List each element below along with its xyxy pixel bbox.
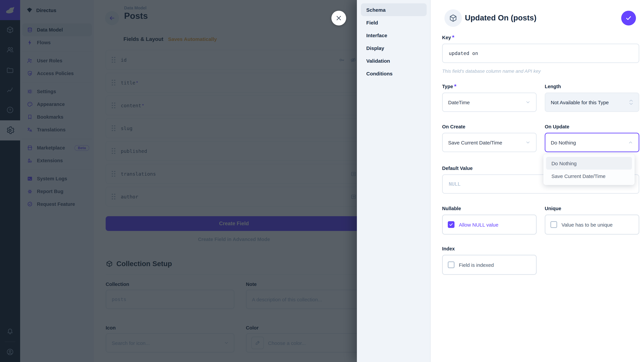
save-button[interactable] [621, 11, 636, 25]
drawer-body: Updated On (posts) Key★ This field's dat… [431, 0, 644, 362]
close-icon [335, 14, 342, 22]
chevron-down-icon [629, 103, 633, 105]
default-value-label: Default Value [442, 166, 472, 171]
checkbox-label: Allow NULL value [459, 222, 498, 227]
index-checkbox-row[interactable]: Field is indexed [442, 255, 537, 275]
drawer-tab-nav: Schema Field Interface Display Validatio… [357, 0, 431, 362]
drawer-dim-overlay[interactable] [0, 0, 357, 362]
index-label: Index [442, 246, 455, 251]
key-label: Key★ [442, 35, 455, 40]
drawer-title: Updated On (posts) [465, 13, 536, 22]
checkbox-icon[interactable] [550, 221, 557, 228]
on-update-value: Do Nothing [551, 140, 576, 145]
on-create-value: Save Current Date/Time [448, 140, 502, 145]
length-placeholder: Not Available for this Type [551, 99, 609, 105]
tab-validation[interactable]: Validation [361, 54, 427, 67]
on-update-dropdown-menu: Do Nothing Save Current Date/Time [544, 154, 634, 185]
length-label: Length [545, 84, 561, 89]
tab-conditions[interactable]: Conditions [361, 67, 427, 80]
tab-field[interactable]: Field [361, 16, 427, 29]
required-star: ★ [454, 83, 457, 87]
on-create-label: On Create [442, 124, 466, 129]
type-select[interactable]: DateTime [442, 92, 537, 112]
menu-option-save-current[interactable]: Save Current Date/Time [546, 170, 632, 182]
type-value: DateTime [448, 99, 470, 105]
tab-schema[interactable]: Schema [361, 3, 427, 16]
on-create-select[interactable]: Save Current Date/Time [442, 133, 537, 152]
on-update-select[interactable]: Do Nothing [545, 133, 639, 152]
close-drawer-button[interactable] [332, 11, 346, 25]
length-input-wrap: Not Available for this Type [545, 92, 639, 112]
checkbox-icon[interactable] [448, 261, 454, 268]
chevron-up-icon [629, 99, 633, 102]
checkbox-label: Value has to be unique [562, 222, 613, 227]
type-label: Type★ [442, 84, 457, 89]
key-helper-text: This field's database column name and AP… [442, 68, 541, 74]
checkbox-icon[interactable] [448, 221, 454, 228]
nullable-label: Nullable [442, 206, 461, 211]
required-star: ★ [452, 34, 455, 38]
tab-interface[interactable]: Interface [361, 29, 427, 41]
tab-display[interactable]: Display [361, 41, 427, 54]
chevron-up-icon [628, 140, 633, 145]
chevron-down-icon [525, 140, 531, 145]
field-detail-drawer: Schema Field Interface Display Validatio… [357, 0, 644, 362]
number-stepper[interactable] [629, 99, 633, 105]
key-input[interactable] [448, 50, 633, 56]
check-icon [625, 14, 632, 22]
box-icon [449, 14, 458, 22]
on-update-label: On Update [545, 124, 569, 129]
drawer-header-chip [444, 9, 462, 27]
key-input-wrap [442, 43, 639, 63]
chevron-down-icon [525, 99, 531, 105]
unique-checkbox-row[interactable]: Value has to be unique [545, 215, 639, 235]
unique-label: Unique [545, 206, 561, 211]
checkbox-label: Field is indexed [459, 262, 494, 268]
menu-option-do-nothing[interactable]: Do Nothing [546, 157, 632, 170]
nullable-checkbox-row[interactable]: Allow NULL value [442, 215, 537, 235]
